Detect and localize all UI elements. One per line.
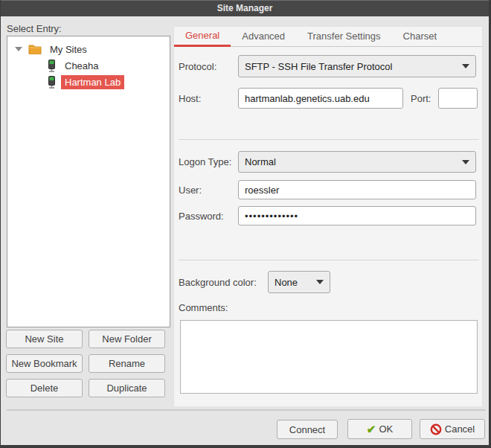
duplicate-button[interactable]: Duplicate [89, 379, 165, 397]
check-icon: ✔ [367, 423, 376, 435]
tree-item-label: My Sites [46, 42, 91, 57]
new-site-button[interactable]: New Site [6, 330, 83, 348]
cancel-button[interactable]: Cancel [420, 419, 485, 439]
logon-type-dropdown[interactable]: Normal [238, 151, 476, 173]
logon-type-label: Logon Type: [179, 156, 231, 167]
tab-transfer-settings[interactable]: Transfer Settings [296, 27, 392, 46]
tree-item-my-sites[interactable]: My Sites [7, 41, 170, 57]
protocol-value: SFTP - SSH File Transfer Protocol [245, 61, 392, 72]
tree-item-hartman-lab[interactable]: Hartman Lab [7, 74, 170, 90]
tab-advanced[interactable]: Advanced [231, 27, 296, 46]
host-input[interactable] [238, 88, 403, 109]
settings-panel: General Advanced Transfer Settings Chars… [173, 26, 483, 406]
cancel-label: Cancel [445, 423, 475, 435]
ok-label: OK [379, 423, 393, 435]
user-input[interactable] [238, 180, 476, 199]
background-color-label: Background color: [179, 277, 257, 288]
window-title: Site Manager [1, 0, 489, 16]
port-input[interactable] [438, 88, 478, 109]
folder-icon [28, 44, 42, 54]
connect-label: Connect [289, 424, 325, 435]
password-input[interactable] [238, 206, 476, 225]
tree-item-cheaha[interactable]: Cheaha [7, 57, 170, 74]
new-folder-button[interactable]: New Folder [89, 330, 165, 348]
user-label: User: [179, 185, 202, 196]
ok-button[interactable]: ✔ OK [347, 419, 412, 439]
comments-label: Comments: [179, 302, 228, 313]
separator [179, 139, 479, 140]
site-tree[interactable]: My Sites Cheaha [7, 36, 170, 327]
protocol-dropdown[interactable]: SFTP - SSH File Transfer Protocol [238, 55, 476, 77]
tab-charset[interactable]: Charset [392, 27, 449, 46]
site-manager-dialog: Site Manager Select Entry: My Sites [0, 0, 491, 448]
password-label: Password: [179, 211, 224, 222]
separator [179, 260, 479, 260]
cancel-icon [430, 423, 442, 435]
background-color-value: None [275, 277, 298, 288]
tab-general[interactable]: General [174, 27, 231, 47]
separator [7, 409, 486, 411]
tree-item-label: Cheaha [61, 59, 103, 73]
rename-button[interactable]: Rename [89, 354, 165, 373]
chevron-down-icon [462, 160, 469, 164]
comments-textarea[interactable] [180, 320, 478, 394]
new-bookmark-button[interactable]: New Bookmark [6, 354, 83, 373]
port-label: Port: [411, 93, 431, 104]
background-color-dropdown[interactable]: None [268, 271, 330, 293]
chevron-down-icon [462, 64, 469, 68]
protocol-label: Protocol: [179, 61, 216, 72]
site-actions: New Site New Folder New Bookmark Rename … [6, 330, 165, 397]
expander-arrow-icon[interactable] [15, 47, 22, 51]
logon-type-value: Normal [245, 156, 276, 167]
host-label: Host: [179, 93, 201, 104]
delete-button[interactable]: Delete [6, 379, 83, 397]
chevron-down-icon [316, 280, 324, 284]
connect-button[interactable]: Connect [277, 420, 338, 439]
server-icon [47, 76, 57, 89]
tab-bar: General Advanced Transfer Settings Chars… [174, 27, 482, 47]
select-entry-label: Select Entry: [7, 23, 62, 34]
server-icon [47, 60, 57, 72]
tree-item-label-selected: Hartman Lab [61, 75, 124, 89]
